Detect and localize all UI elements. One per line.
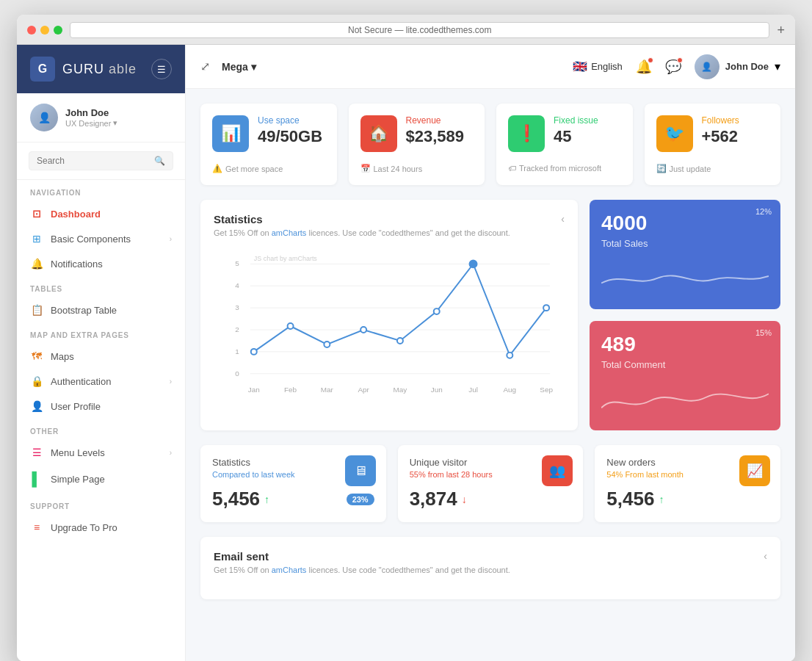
messages-button[interactable]: 💬 <box>665 59 681 75</box>
avatar: 👤 <box>30 104 58 131</box>
sidebar-item-notifications[interactable]: 🔔 Notifications <box>17 251 185 276</box>
mega-label: Mega <box>222 61 248 73</box>
line-chart: 5 4 3 2 1 0 JS chart by amCharts <box>214 249 565 411</box>
svg-text:0: 0 <box>235 369 239 378</box>
svg-point-21 <box>543 305 549 311</box>
sales-wave-chart <box>601 258 769 295</box>
hamburger-menu-icon[interactable]: ☰ <box>151 59 172 79</box>
chevron-right-icon: › <box>170 378 172 386</box>
sidebar-item-bootstrap-table[interactable]: 📋 Bootstrap Table <box>17 297 185 322</box>
stat-footer: 🔄 Just update <box>656 164 769 173</box>
sidebar-item-user-profile[interactable]: 👤 User Profile <box>17 394 185 419</box>
stat-value: 5,456 ↑ <box>606 488 769 510</box>
expand-icon[interactable]: ⤢ <box>200 59 210 73</box>
svg-text:JS chart by amCharts: JS chart by amCharts <box>254 255 318 262</box>
svg-point-14 <box>288 323 294 329</box>
svg-text:Feb: Feb <box>284 386 297 394</box>
user-role: UX Designer ▾ <box>65 118 172 128</box>
search-box[interactable]: 🔍 <box>29 151 173 170</box>
svg-text:Mar: Mar <box>321 386 334 394</box>
sidebar-item-label: Basic Components <box>51 234 131 245</box>
tables-section-label: Tables <box>17 276 185 297</box>
svg-point-15 <box>324 342 330 347</box>
trend-up-icon: ↑ <box>264 494 269 505</box>
email-card-title: Email sent <box>214 550 510 563</box>
sidebar-item-basic-components[interactable]: ⊞ Basic Components › <box>17 226 185 251</box>
bottom-stats-row: 🖥 Statistics Compared to last week 5,456… <box>200 445 780 522</box>
stat-value: 45 <box>554 127 598 146</box>
middle-row: Statistics Get 15% Off on amCharts licen… <box>200 200 780 430</box>
sidebar-item-label: Authentication <box>51 376 111 387</box>
user-name: John Doe <box>65 107 172 118</box>
avatar: 👤 <box>695 54 719 79</box>
stat-label: Use space <box>258 115 322 126</box>
sidebar-search: 🔍 <box>17 142 185 180</box>
twitter-icon: 🐦 <box>656 115 693 152</box>
search-input[interactable] <box>37 156 150 166</box>
close-button[interactable] <box>27 26 36 35</box>
sidebar-item-simple-page[interactable]: ▌ Simple Page <box>17 465 185 494</box>
table-icon: 📋 <box>30 304 43 316</box>
url-bar[interactable]: Not Secure — lite.codedthemes.com <box>70 22 769 38</box>
orders-icon: 📈 <box>739 455 770 486</box>
svg-text:Sep: Sep <box>540 386 553 394</box>
stat-card-revenue: 🏠 Revenue $23,589 📅 Last 24 hours <box>349 104 485 185</box>
sidebar-user: 👤 John Doe UX Designer ▾ <box>17 93 185 142</box>
stat-footer: 🏷 Tracked from microsoft <box>508 164 621 173</box>
percent-label: 15% <box>755 328 772 337</box>
svg-text:1: 1 <box>235 347 239 355</box>
comment-label: Total Comment <box>601 359 769 370</box>
svg-text:May: May <box>394 386 407 394</box>
sidebar-item-label: Dashboard <box>51 209 101 220</box>
minimize-button[interactable] <box>40 26 49 35</box>
page-icon: ▌ <box>30 472 43 487</box>
percent-label: 12% <box>755 207 772 216</box>
map-section-label: Map And Extra Pages <box>17 322 185 344</box>
menu-icon: ☰ <box>30 447 43 458</box>
stats-row: 📊 Use space 49/50GB ⚠️ Get more space <box>200 104 780 185</box>
search-icon: 🔍 <box>154 156 165 166</box>
maximize-button[interactable] <box>54 26 62 35</box>
sidebar-item-upgrade[interactable]: ≡ Upgrade To Pro <box>17 515 185 540</box>
stat-footer: ⚠️ Get more space <box>212 164 325 173</box>
sidebar-brand: G GURU able ☰ <box>17 45 185 93</box>
language-selector[interactable]: 🇬🇧 English <box>573 59 623 73</box>
side-cards: 12% 4000 Total Sales 15% 489 Total Comme… <box>590 200 780 430</box>
sidebar-item-label: Bootstrap Table <box>51 305 117 316</box>
bottom-stat-visitors: 👥 Unique visitor 55% from last 28 hours … <box>398 445 584 522</box>
stat-label: Followers <box>702 115 739 126</box>
new-tab-button[interactable]: + <box>777 23 785 38</box>
total-sales-card: 12% 4000 Total Sales <box>590 200 780 309</box>
svg-point-18 <box>434 308 440 314</box>
sidebar-item-label: Menu Levels <box>51 447 105 458</box>
main-content: ⤢ Mega ▾ 🇬🇧 English 🔔 💬 <box>186 45 795 661</box>
chart-collapse-button[interactable]: ‹ <box>764 550 767 562</box>
user-menu[interactable]: 👤 John Doe ▾ <box>695 54 780 79</box>
bottom-stat-statistics: 🖥 Statistics Compared to last week 5,456… <box>200 445 386 522</box>
svg-point-19 <box>470 260 477 267</box>
sidebar-item-label: Notifications <box>51 259 103 270</box>
notifications-button[interactable]: 🔔 <box>636 59 652 75</box>
sidebar-item-maps[interactable]: 🗺 Maps <box>17 344 185 369</box>
stat-value: +562 <box>702 127 739 146</box>
email-sent-card: Email sent Get 15% Off on amCharts licen… <box>200 537 780 599</box>
person-icon: 👤 <box>30 400 43 412</box>
sidebar-item-dashboard[interactable]: ⊡ Dashboard <box>17 201 185 226</box>
stat-label: Fixed issue <box>554 115 598 126</box>
stat-card-followers: 🐦 Followers +562 🔄 Just update <box>645 104 781 185</box>
flag-icon: 🇬🇧 <box>573 59 587 73</box>
mega-menu-button[interactable]: Mega ▾ <box>222 61 256 73</box>
total-comment-card: 15% 489 Total Comment <box>590 321 780 430</box>
sidebar-item-menu-levels[interactable]: ☰ Menu Levels › <box>17 440 185 465</box>
language-label: English <box>591 61 623 72</box>
app-container: G GURU able ☰ 👤 John Doe UX Designer ▾ <box>17 45 795 661</box>
stat-label: Revenue <box>406 115 465 126</box>
map-icon: 🗺 <box>30 350 43 362</box>
chart-collapse-button[interactable]: ‹ <box>561 213 565 225</box>
amcharts-link[interactable]: amCharts <box>272 566 307 574</box>
amcharts-link[interactable]: amCharts <box>272 228 307 237</box>
other-section-label: Other <box>17 419 185 440</box>
sidebar-item-authentication[interactable]: 🔒 Authentication › <box>17 369 185 394</box>
sidebar-item-label: Simple Page <box>51 474 105 485</box>
svg-text:Jun: Jun <box>431 386 443 394</box>
